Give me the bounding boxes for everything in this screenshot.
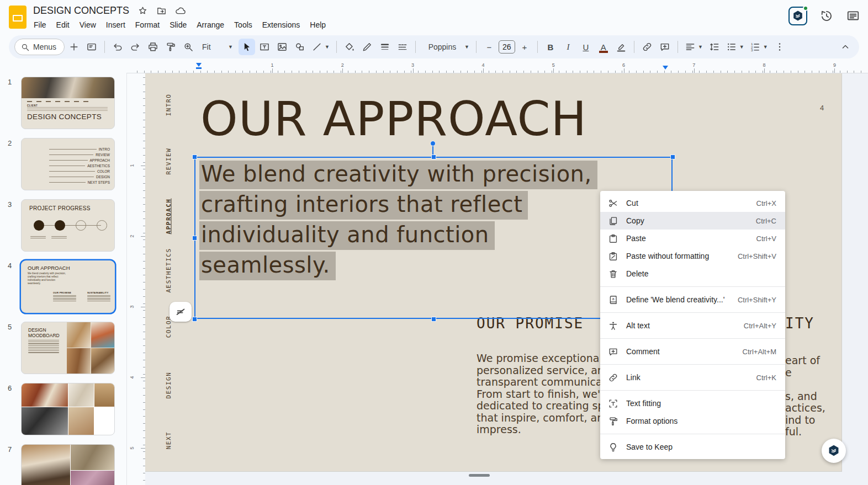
selection-handle[interactable] (192, 317, 197, 322)
sustainability-paragraph[interactable]: eart ofe s, andactices,ind toful. (785, 355, 825, 438)
new-slide-button[interactable] (66, 39, 82, 55)
move-folder-icon[interactable] (156, 6, 167, 17)
menubar-item-extensions[interactable]: Extensions (257, 19, 305, 31)
side-nav-intro[interactable]: INTRO (165, 94, 172, 116)
menubar-item-edit[interactable]: Edit (51, 19, 75, 31)
version-history-icon[interactable] (819, 9, 834, 23)
menubar-item-arrange[interactable]: Arrange (192, 19, 229, 31)
add-comment-button[interactable] (657, 39, 673, 55)
border-color-button[interactable] (359, 39, 375, 55)
menubar-item-slide[interactable]: Slide (165, 19, 192, 31)
underline-button[interactable]: U (578, 39, 594, 55)
side-nav-review[interactable]: REVIEW (165, 148, 172, 175)
node-caption (30, 236, 47, 239)
context-menu-item-format-options[interactable]: Format options (600, 412, 785, 430)
insert-image-button[interactable] (274, 39, 290, 55)
redo-button[interactable] (127, 39, 144, 55)
sustainability-line-fragment: ful. (785, 426, 825, 438)
menubar-item-tools[interactable]: Tools (229, 19, 257, 31)
menubar-item-insert[interactable]: Insert (101, 19, 130, 31)
left-indent-marker[interactable] (196, 63, 202, 67)
font-size-input[interactable]: 26 (499, 40, 515, 54)
paint-format-button[interactable] (162, 39, 179, 55)
context-menu-item-text-fitting[interactable]: Text fitting (600, 395, 785, 412)
slide-layout-button[interactable] (83, 39, 100, 55)
context-menu-item-delete[interactable]: Delete (600, 265, 785, 283)
slide-thumbnail-7[interactable] (21, 444, 115, 485)
selection-handle[interactable] (431, 317, 436, 322)
select-tool-button[interactable] (239, 39, 255, 55)
sustainability-heading-fragment[interactable]: ITY (785, 315, 814, 332)
ruler-tick (141, 166, 145, 166)
selection-handle[interactable] (192, 154, 197, 159)
side-nav-design[interactable]: DESIGN (165, 372, 172, 399)
menubar-item-view[interactable]: View (75, 19, 101, 31)
print-button[interactable] (145, 39, 161, 55)
slide-thumbnail-2[interactable]: INTROREVIEWAPPROACHAESTHETICSCOLORDESIGN… (21, 138, 115, 190)
align-button[interactable]: ▼ (682, 39, 705, 55)
selection-handle[interactable] (431, 154, 436, 159)
context-menu-item-define-we-blend-creativity[interactable]: aDefine 'We blend creativity...'Ctrl+Shi… (600, 291, 785, 308)
text-box-button[interactable] (256, 39, 273, 55)
context-menu-item-alt-text[interactable]: Alt textCtrl+Alt+Y (600, 317, 785, 334)
comments-panel-icon[interactable] (846, 9, 860, 23)
menubar-item-help[interactable]: Help (305, 19, 331, 31)
document-title[interactable]: DESIGN CONCEPTS (33, 5, 129, 17)
selection-handle[interactable] (670, 154, 675, 159)
more-options-button[interactable] (771, 39, 788, 55)
fill-color-button[interactable] (341, 39, 358, 55)
context-menu-item-comment[interactable]: CommentCtrl+Alt+M (600, 343, 785, 360)
numbered-list-button[interactable]: 123▼ (748, 39, 770, 55)
slide-title[interactable]: OUR APPROACH (200, 91, 587, 146)
context-menu-item-copy[interactable]: CopyCtrl+C (600, 212, 785, 230)
context-menu-item-link[interactable]: LinkCtrl+K (600, 369, 785, 386)
increase-font-button[interactable]: + (516, 39, 533, 55)
ai-assistant-button[interactable] (788, 7, 807, 25)
side-nav-aesthetics[interactable]: AESTHETICS (165, 248, 172, 292)
context-menu-item-paste[interactable]: PasteCtrl+V (600, 230, 785, 247)
text-color-button[interactable]: A (595, 39, 612, 55)
border-dash-button[interactable] (394, 39, 411, 55)
bulleted-list-button[interactable]: ▼ (724, 39, 747, 55)
scrollbar-thumb[interactable] (469, 474, 490, 477)
collapse-toolbar-button[interactable] (837, 39, 854, 55)
highlight-color-button[interactable] (613, 39, 629, 55)
bold-button[interactable]: B (542, 39, 559, 55)
zoom-fit-select[interactable]: Fit▼ (198, 39, 237, 55)
cloud-saved-icon[interactable] (174, 6, 186, 17)
star-icon[interactable] (137, 6, 148, 17)
zoom-button[interactable] (180, 39, 197, 55)
ai-floating-button[interactable] (822, 439, 846, 463)
side-nav-next[interactable]: NEXT (165, 431, 172, 450)
line-spacing-button[interactable] (706, 39, 723, 55)
insert-link-button[interactable] (639, 39, 655, 55)
ruler-tick (608, 71, 608, 73)
insert-shape-button[interactable] (292, 39, 308, 55)
side-nav-approach[interactable]: APPROACH (165, 199, 172, 234)
context-menu-item-cut[interactable]: CutCtrl+X (600, 194, 785, 212)
slides-logo[interactable] (9, 6, 27, 29)
undo-button[interactable] (109, 39, 126, 55)
context-menu-item-paste-without-formatting[interactable]: Paste without formattingCtrl+Shift+V (600, 247, 785, 265)
border-weight-button[interactable] (377, 39, 393, 55)
slide-thumbnail-1[interactable]: CLIENTDESIGN CONCEPTS (21, 77, 115, 129)
promise-paragraph[interactable]: We promise exceptional qupersonalized se… (477, 353, 601, 436)
italic-button[interactable]: I (560, 39, 576, 55)
text-fitting-indicator[interactable] (170, 302, 192, 322)
slide-thumbnail-6[interactable] (21, 383, 115, 435)
right-indent-marker[interactable] (663, 66, 668, 70)
left-indent-bar[interactable] (196, 67, 202, 69)
slide-thumbnail-3[interactable]: PROJECT PROGRESS (21, 199, 115, 252)
rotation-handle[interactable] (430, 141, 436, 146)
context-menu-item-save-to-keep[interactable]: Save to Keep (600, 438, 785, 456)
menubar-item-file[interactable]: File (29, 19, 51, 31)
menus-search-button[interactable]: Menus (14, 39, 65, 55)
slide-thumbnail-4[interactable]: OUR APPROACHWe blend creativity with pre… (21, 260, 115, 313)
selection-handle[interactable] (192, 236, 197, 241)
slide-thumbnail-5[interactable]: DESIGN MOODBOARD (21, 322, 115, 374)
timeline-node (34, 220, 44, 231)
insert-line-button[interactable]: ▼ (309, 39, 332, 55)
menubar-item-format[interactable]: Format (130, 19, 165, 31)
decrease-font-button[interactable]: − (481, 39, 497, 55)
font-family-select[interactable]: Poppins▼ (420, 39, 472, 55)
